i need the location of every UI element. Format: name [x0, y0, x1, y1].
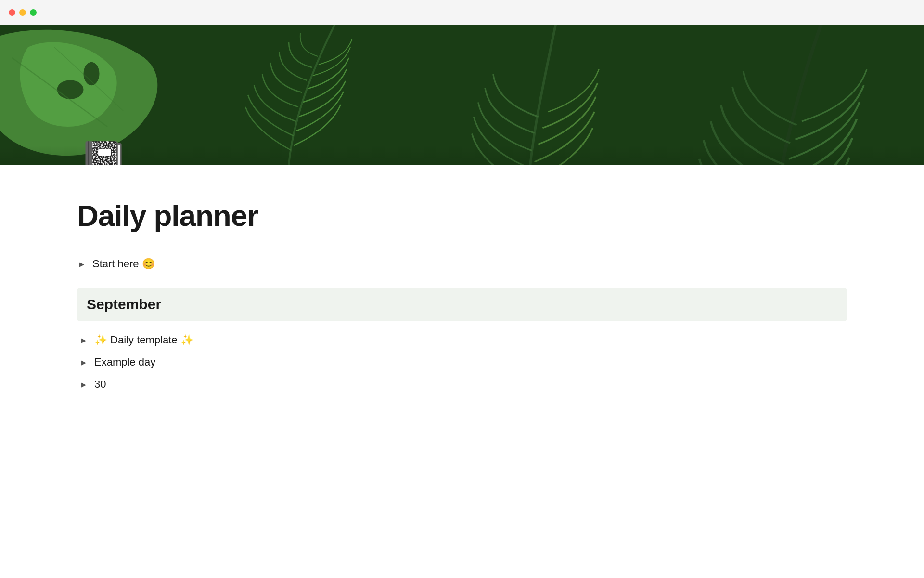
close-button[interactable] — [9, 9, 15, 16]
september-section-header: September — [77, 288, 847, 321]
start-here-label: Start here 😊 — [92, 258, 155, 270]
section-title: September — [87, 296, 161, 312]
start-here-toggle[interactable]: ▶ Start here 😊 — [77, 256, 847, 272]
minimize-button[interactable] — [19, 9, 26, 16]
example-day-item[interactable]: ▶ Example day — [77, 351, 847, 373]
hero-banner: 📓 — [0, 25, 924, 165]
toggle-arrow-30: ▶ — [79, 380, 89, 389]
item-30[interactable]: ▶ 30 — [77, 373, 847, 395]
item-30-label: 30 — [94, 378, 106, 391]
star-suffix-icon: ✨ — [180, 334, 193, 346]
star-prefix-icon: ✨ — [94, 334, 107, 346]
maximize-button[interactable] — [30, 9, 37, 16]
page-title: Daily planner — [77, 198, 847, 233]
svg-rect-5 — [0, 145, 924, 165]
daily-template-label: ✨ Daily template ✨ — [94, 334, 193, 346]
toggle-arrow-start: ▶ — [77, 259, 87, 269]
daily-template-item[interactable]: ▶ ✨ Daily template ✨ — [77, 329, 847, 351]
section-items: ▶ ✨ Daily template ✨ ▶ Example day ▶ 30 — [77, 329, 847, 395]
toggle-arrow-daily: ▶ — [79, 335, 89, 345]
main-content: Daily planner ▶ Start here 😊 September ▶… — [0, 165, 924, 415]
toggle-arrow-example: ▶ — [79, 357, 89, 367]
page-icon: 📓 — [77, 136, 130, 165]
titlebar — [0, 0, 924, 25]
svg-point-1 — [57, 80, 84, 99]
example-day-label: Example day — [94, 356, 155, 368]
